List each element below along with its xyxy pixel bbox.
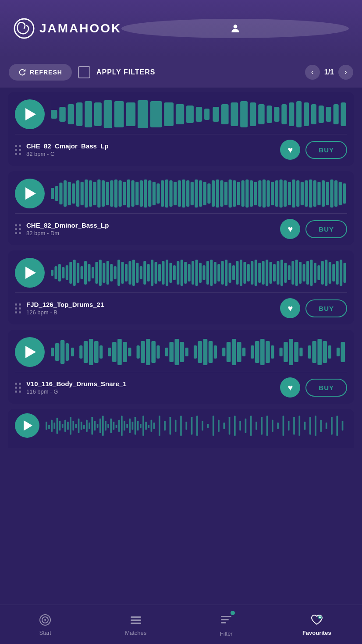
svg-rect-281 [175,419,177,432]
svg-rect-39 [68,182,71,205]
user-profile-button[interactable] [121,19,349,38]
nav-item-filter[interactable]: Filter [181,605,272,644]
waveform-display [46,414,347,438]
svg-rect-5 [76,102,82,126]
svg-rect-285 [196,415,198,436]
play-button[interactable] [15,413,39,438]
nav-item-matches[interactable]: Matches [91,605,181,644]
favourite-button[interactable]: ♥ [280,219,300,239]
svg-rect-116 [92,267,94,278]
svg-rect-9 [114,101,124,127]
refresh-button[interactable]: REFRESH [9,64,72,81]
heart-icon: ♥ [287,383,293,393]
track-bpm-key: 116 bpm - G [26,388,275,395]
svg-rect-45 [93,182,96,205]
play-button[interactable] [15,258,45,288]
svg-rect-296 [256,422,257,429]
play-button[interactable] [15,179,45,208]
svg-rect-258 [102,415,104,436]
svg-rect-273 [142,415,144,436]
buy-button[interactable]: BUY [305,379,347,397]
svg-rect-199 [128,348,131,356]
svg-rect-93 [296,180,299,207]
svg-rect-240 [53,422,55,429]
svg-rect-142 [188,264,191,282]
svg-rect-252 [86,419,88,432]
favourite-button[interactable]: ♥ [280,298,300,318]
svg-rect-63 [169,180,172,207]
svg-rect-133 [155,262,157,284]
svg-rect-77 [229,179,232,208]
buy-button[interactable]: BUY [305,220,347,238]
nav-item-favourites[interactable]: Favourites [272,605,362,644]
svg-rect-138 [173,265,176,280]
svg-rect-241 [57,418,58,434]
svg-rect-226 [284,342,288,362]
svg-rect-218 [237,342,241,362]
svg-rect-202 [146,339,150,365]
svg-rect-278 [159,415,160,436]
svg-rect-244 [64,419,66,432]
svg-rect-88 [275,180,278,207]
svg-rect-24 [267,106,272,123]
svg-rect-106 [54,266,57,279]
svg-rect-321 [221,622,226,623]
svg-rect-155 [236,261,239,285]
svg-rect-215 [222,348,225,356]
play-button[interactable] [15,99,45,129]
svg-rect-224 [271,345,274,359]
svg-rect-307 [315,415,316,436]
track-info: FJD_126_Top_Drums_21 126 bpm - B ♥ BUY [8,293,354,324]
svg-rect-198 [123,342,127,362]
svg-rect-129 [140,266,142,279]
svg-rect-110 [69,262,72,284]
favourite-button[interactable]: ♥ [280,140,300,160]
drag-handle[interactable] [15,303,21,313]
svg-rect-227 [289,339,293,365]
filter-badge [231,611,235,615]
drag-handle[interactable] [15,224,21,234]
track-name: CHE_82_Cmajor_Bass_Lp [26,142,275,150]
waveform-display [51,178,347,209]
svg-rect-7 [94,102,102,126]
drag-handle[interactable] [15,145,21,155]
buy-button[interactable]: BUY [305,141,347,159]
svg-rect-156 [240,260,242,286]
svg-rect-17 [204,109,209,120]
svg-rect-173 [303,264,305,282]
filter-icon-wrap [219,612,233,628]
play-button[interactable] [15,337,45,367]
svg-rect-166 [277,261,279,285]
svg-rect-115 [88,264,91,282]
svg-rect-4 [68,104,74,124]
svg-rect-85 [263,179,266,208]
apply-filters-checkbox[interactable] [78,66,90,78]
svg-rect-192 [89,339,93,365]
svg-rect-120 [106,261,109,285]
svg-rect-68 [191,182,194,205]
svg-rect-288 [213,415,214,436]
track-info: CHE_82_Cmajor_Bass_Lp 82 bpm - C ♥ BUY [8,134,354,166]
svg-rect-102 [334,180,337,207]
next-page-button[interactable]: › [338,65,353,80]
track-metadata: V10_116_Body_Drums_Snare_1 116 bpm - G [26,380,275,395]
logo-text: JAMAHOOK [39,21,121,35]
nav-item-start[interactable]: Start [0,605,91,644]
drag-handle[interactable] [15,383,21,393]
track-metadata: CHE_82_Dminor_Bass_Lp 82 bpm - Dm [26,222,275,236]
svg-rect-79 [237,182,240,205]
favourite-button[interactable]: ♥ [280,377,300,398]
svg-rect-14 [176,104,184,124]
svg-rect-98 [317,182,320,205]
prev-page-button[interactable]: ‹ [305,65,320,80]
svg-rect-105 [51,270,53,276]
svg-rect-30 [311,104,316,124]
svg-rect-161 [258,263,261,283]
tracks-list: CHE_82_Cmajor_Bass_Lp 82 bpm - C ♥ BUY [0,88,362,605]
matches-icon [129,613,143,627]
buy-button[interactable]: BUY [305,299,347,317]
svg-rect-44 [89,180,92,207]
svg-rect-182 [336,261,339,285]
svg-rect-236 [341,342,345,362]
svg-rect-221 [255,341,259,363]
